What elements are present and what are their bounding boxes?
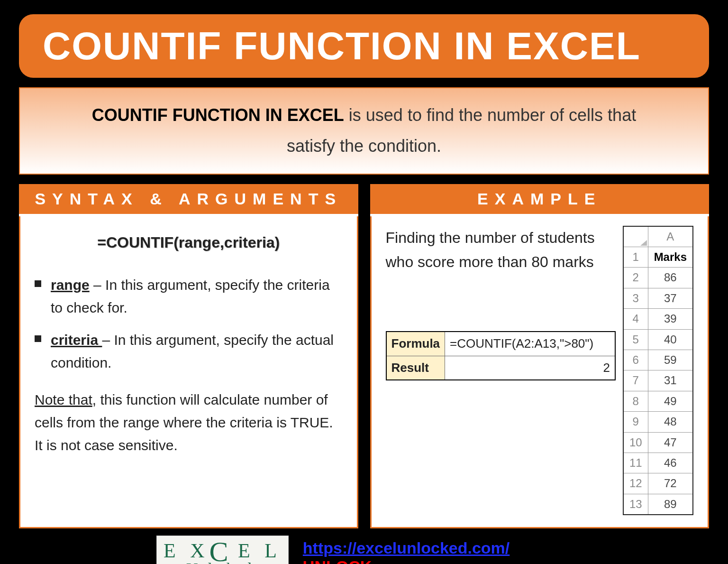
marks-cell: 40 [648,329,693,350]
marks-cell: 89 [648,494,693,515]
footer: E XC E L Unl cked https://excelunlocked.… [156,536,714,564]
marks-header-cell: Marks [648,247,693,267]
select-all-corner [623,226,648,247]
table-row: 1146 [623,453,693,473]
table-row: 1047 [623,432,693,453]
row-num: 9 [623,412,648,432]
table-row: 337 [623,288,693,308]
marks-cell: 46 [648,453,693,473]
footer-text: https://excelunlocked.com/ UNLOCK [303,539,510,564]
footer-url[interactable]: https://excelunlocked.com/ [303,539,510,557]
intro-text-2: satisfy the condition. [287,136,441,156]
marks-cell: 47 [648,432,693,453]
example-column: EXAMPLE Finding the number of students w… [370,184,710,528]
table-row: 1Marks [623,247,693,267]
syntax-body: =COUNTIF(range,criteria) range – In this… [19,216,358,528]
table-row: 659 [623,350,693,370]
row-num: 4 [623,309,648,329]
logo-c: C [209,536,228,564]
list-item: criteria – In this argument, specify the… [35,329,343,374]
example-wrap: Finding the number of students who score… [386,226,694,515]
row-num: 8 [623,391,648,411]
intro-box: COUNTIF FUNCTION IN EXCEL is used to fin… [19,87,709,175]
arg-desc: – In this argument, specify the criteria… [51,277,330,315]
example-left: Finding the number of students who score… [386,226,616,381]
row-num: 12 [623,473,648,494]
row-num: 10 [623,432,648,453]
marks-cell: 39 [648,309,693,329]
table-row: 286 [623,268,693,288]
marks-cell: 48 [648,412,693,432]
marks-cell: 72 [648,473,693,494]
argument-list: range – In this argument, specify the cr… [35,274,343,374]
bullet-icon [35,335,41,342]
bullet-icon [35,280,41,287]
formula-label: Formula [386,332,445,356]
formula-result-table: Formula =COUNTIF(A2:A13,">80") Result 2 [386,331,616,380]
row-num: 2 [623,268,648,288]
marks-cell: 49 [648,391,693,411]
row-num: 11 [623,453,648,473]
columns: SYNTAX & ARGUMENTS =COUNTIF(range,criter… [19,184,709,528]
table-row: 948 [623,412,693,432]
marks-table: A 1Marks 286 337 439 540 659 731 849 948… [623,226,693,515]
result-label: Result [386,356,445,380]
marks-cell: 86 [648,268,693,288]
table-row: 731 [623,370,693,391]
table-row: 1389 [623,494,693,515]
row-num: 6 [623,350,648,370]
arg-name: range [51,277,90,293]
footer-unlock: UNLOCK [303,557,372,564]
marks-cell: 37 [648,288,693,308]
logo-top: E XC E L [164,539,282,564]
col-letter: A [648,226,693,247]
table-row: Result 2 [386,356,615,380]
row-num: 13 [623,494,648,515]
table-row: 849 [623,391,693,411]
row-num: 5 [623,329,648,350]
table-row: 540 [623,329,693,350]
row-num: 3 [623,288,648,308]
title-banner: COUNTIF FUNCTION IN EXCEL [19,14,709,78]
intro-text-1: is used to find the number of cells that [344,105,636,125]
example-header: EXAMPLE [370,184,710,216]
excel-unlocked-logo: E XC E L Unl cked [156,536,289,564]
row-num: 7 [623,370,648,391]
marks-cell: 31 [648,370,693,391]
syntax-note: Note that, this function will calculate … [35,388,343,457]
row-num: 1 [623,247,648,267]
intro-strong: COUNTIF FUNCTION IN EXCEL [92,105,344,125]
arg-name: criteria [51,332,102,348]
note-underline: Note that [35,392,92,407]
marks-cell: 59 [648,350,693,370]
table-row: 1272 [623,473,693,494]
syntax-column: SYNTAX & ARGUMENTS =COUNTIF(range,criter… [19,184,358,528]
syntax-formula: =COUNTIF(range,criteria) [35,231,343,255]
list-item: range – In this argument, specify the cr… [35,274,343,319]
page-title: COUNTIF FUNCTION IN EXCEL [43,24,685,68]
table-row: Formula =COUNTIF(A2:A13,">80") [386,332,615,356]
syntax-header: SYNTAX & ARGUMENTS [19,184,358,216]
formula-value: =COUNTIF(A2:A13,">80") [445,332,615,356]
result-value: 2 [445,356,615,380]
example-desc: Finding the number of students who score… [386,226,616,274]
table-row: A [623,226,693,247]
example-body: Finding the number of students who score… [370,216,710,528]
table-row: 439 [623,309,693,329]
